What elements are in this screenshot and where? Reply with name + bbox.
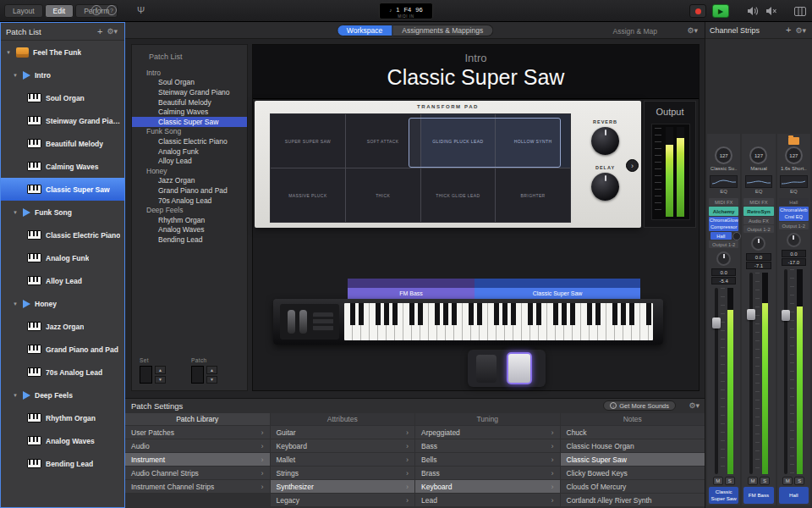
transform-pad-cell[interactable]: HOLLOW SYNTH	[496, 114, 570, 168]
channel-strip-name[interactable]: FM Bass	[743, 487, 773, 504]
assign-map-button[interactable]: Assign & Map	[613, 27, 657, 36]
peak-level-value[interactable]: -17.0	[782, 258, 806, 266]
patch-settings-tab[interactable]: Notes	[561, 413, 705, 425]
info-icon[interactable]: i	[91, 5, 102, 15]
workspace-patch-row[interactable]: Grand Piano and Pad	[132, 185, 247, 196]
volume-value[interactable]: 0.0	[711, 268, 736, 276]
volume-fader[interactable]	[749, 273, 753, 474]
channel-strip-name[interactable]: Hall	[779, 487, 809, 504]
play-button[interactable]: ▶	[712, 4, 729, 18]
pan-knob[interactable]	[751, 236, 765, 251]
plugin-slot[interactable]: ChromaVerb Cnsl EQ	[779, 207, 809, 221]
plugin-slot[interactable]: MIDI FX	[743, 198, 773, 206]
plugin-slot[interactable]: RetroSyn	[743, 207, 773, 216]
patch-tree-row[interactable]: ▾ Beautiful Melody	[1, 132, 124, 155]
fader-cap[interactable]	[782, 310, 790, 321]
library-row[interactable]: Bass›	[415, 439, 560, 452]
plugin-slot[interactable]: ChromaGlow Compressor	[709, 217, 738, 231]
mute-button[interactable]: M	[782, 477, 793, 485]
onscreen-keyboard[interactable]	[273, 299, 663, 345]
setting-menu[interactable]: Classic Su..	[710, 166, 738, 174]
patch-tree-row[interactable]: ▾ Rhythm Organ	[1, 406, 124, 429]
library-row[interactable]: Cortlandt Alley River Synth	[561, 494, 705, 506]
volume-value[interactable]: 0.0	[746, 253, 771, 261]
library-row[interactable]: Legacy›	[271, 494, 415, 506]
workspace-patch-row[interactable]: Classic Super Saw	[132, 117, 247, 127]
eq-thumbnail[interactable]	[745, 175, 773, 188]
folder-icon[interactable]	[788, 137, 799, 145]
add-patch-button[interactable]: +	[95, 27, 105, 36]
patch-tree-row[interactable]: ▾ Classic Electric Piano	[1, 224, 124, 246]
workspace-patch-row[interactable]: 70s Analog Lead	[132, 196, 247, 206]
volume-value[interactable]: 0.0	[782, 250, 806, 257]
transform-pad-cell[interactable]: GLIDING PLUCK LEAD	[421, 114, 496, 168]
velocity-knob[interactable]: 127	[785, 146, 803, 164]
workspace-tab[interactable]: Assignments & Mappings	[392, 25, 493, 36]
mode-button[interactable]: Edit	[45, 4, 74, 18]
workspace-patch-row[interactable]: Rhythm Organ	[132, 215, 247, 225]
disclosure-triangle-icon[interactable]: ▾	[12, 301, 19, 307]
setting-menu[interactable]: Manual	[750, 166, 767, 174]
transform-pad-cell[interactable]: SUPER SUPER SAW	[271, 114, 345, 168]
panels-toggle-icon[interactable]	[794, 7, 806, 16]
plugin-slot[interactable]: Output 1-2	[779, 222, 809, 229]
volume-fader[interactable]	[784, 269, 787, 474]
expression-pedal-selected[interactable]	[507, 352, 532, 384]
mute-speaker-icon[interactable]	[765, 6, 776, 16]
patch-settings-tab[interactable]: Attributes	[271, 413, 415, 425]
library-row[interactable]: Instrument›	[125, 453, 270, 466]
next-page-button[interactable]: ›	[626, 159, 639, 172]
disclosure-triangle-icon[interactable]: ▾	[12, 392, 19, 399]
channel-strips-action-menu[interactable]: ⚙▾	[793, 26, 808, 35]
disclosure-triangle-icon[interactable]: ▾	[12, 72, 19, 79]
tuner-icon[interactable]: Ψ	[137, 5, 145, 15]
library-row[interactable]: Keyboard›	[415, 480, 560, 493]
add-channel-strip-button[interactable]: +	[783, 25, 793, 35]
transform-pad-cell[interactable]: THICK	[346, 168, 420, 222]
disclosure-triangle-icon[interactable]: ▾	[12, 209, 19, 216]
solo-button[interactable]: S	[760, 477, 770, 485]
patch-tree-row[interactable]: ▾ Feel The Funk	[1, 41, 124, 64]
library-row[interactable]: Guitar›	[271, 426, 415, 439]
transform-pad-cell[interactable]: SOFT ATTACK	[346, 114, 420, 168]
library-row[interactable]: Brass›	[415, 467, 560, 479]
library-row[interactable]: Synthesizer›	[271, 480, 415, 493]
patch-tree-row[interactable]: ▾ Jazz Organ	[1, 315, 124, 338]
pan-knob[interactable]	[787, 233, 801, 247]
workspace-patch-row[interactable]: Analog Funk	[132, 146, 247, 157]
solo-button[interactable]: S	[725, 477, 735, 485]
workspace-patch-row[interactable]: Funk Song	[132, 127, 247, 137]
disclosure-triangle-icon[interactable]: ▾	[5, 49, 12, 56]
mute-button[interactable]: M	[713, 477, 723, 485]
plugin-slot[interactable]: Audio FX	[743, 217, 773, 224]
sustain-pedal[interactable]	[476, 355, 497, 383]
pan-knob[interactable]	[716, 251, 731, 266]
mod-wheel[interactable]	[299, 310, 307, 334]
workspace-patch-row[interactable]: Alloy Lead	[132, 156, 247, 166]
workspace-patch-row[interactable]: Honey	[132, 166, 247, 176]
set-value-box[interactable]	[140, 366, 152, 384]
library-row[interactable]: Instrument Channel Strips›	[125, 480, 270, 493]
library-row[interactable]: Audio Channel Strips›	[125, 467, 270, 479]
plugin-slot[interactable]: MIDI FX	[709, 198, 738, 206]
help-icon[interactable]: ?	[107, 5, 117, 15]
library-row[interactable]: Keyboard›	[271, 439, 415, 452]
patch-tree-row[interactable]: ▾ Funk Song	[1, 201, 124, 224]
set-down-button[interactable]: ▼	[155, 376, 166, 384]
library-row[interactable]: User Patches›	[125, 426, 270, 439]
get-more-sounds-button[interactable]: ↓ Get More Sounds	[603, 400, 676, 411]
library-row[interactable]: Clicky Bowed Keys	[561, 467, 705, 479]
patch-tree-row[interactable]: ▾ Honey	[1, 292, 124, 315]
peak-level-value[interactable]: -7.1	[746, 262, 771, 269]
keyboard-buttons[interactable]	[313, 312, 333, 331]
workspace-patch-row[interactable]: Jazz Organ	[132, 176, 247, 186]
patch-tree-row[interactable]: ▾ Soul Organ	[1, 86, 124, 109]
solo-button[interactable]: S	[794, 477, 804, 485]
workspace-patch-row[interactable]: Calming Waves	[132, 107, 247, 117]
workspace-patch-row[interactable]: Steinway Grand Piano	[132, 87, 247, 97]
black-keys[interactable]	[344, 303, 653, 325]
patch-tree-row[interactable]: ▾ Deep Feels	[1, 384, 124, 406]
library-row[interactable]: Chuck	[561, 426, 705, 439]
workspace-patch-row[interactable]: Bending Lead	[132, 235, 247, 245]
patch-settings-tab[interactable]: Patch Library	[125, 413, 270, 425]
